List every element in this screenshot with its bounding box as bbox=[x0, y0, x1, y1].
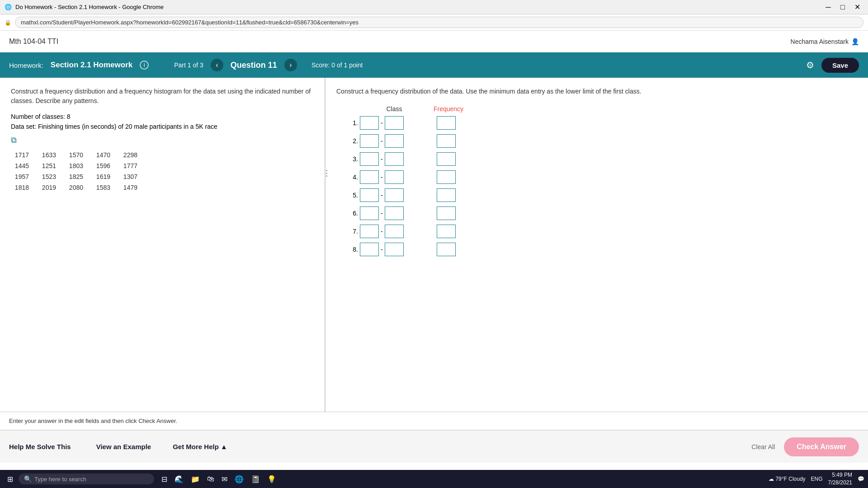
app-title: Mth 104-04 TTI bbox=[9, 38, 58, 46]
table-row: 1818 2019 2080 1583 1479 bbox=[11, 183, 137, 192]
freq-8[interactable] bbox=[437, 243, 456, 256]
number-classes: Number of classes: 8 bbox=[11, 113, 314, 120]
help-me-solve-button[interactable]: Help Me Solve This bbox=[9, 439, 82, 454]
info-icon[interactable]: i bbox=[140, 61, 149, 70]
class-5-lower[interactable] bbox=[360, 188, 379, 202]
address-bar: 🔒 mathxl.com/Student/PlayerHomework.aspx… bbox=[0, 14, 868, 31]
url-field[interactable]: mathxl.com/Student/PlayerHomework.aspx?h… bbox=[15, 17, 863, 28]
taskbar-app-icons: ⊟ 🌊 📁 🛍 ✉ 🌐 📓 💡 bbox=[160, 473, 278, 485]
check-answer-button[interactable]: Check Answer bbox=[784, 437, 859, 456]
instruction-bar: Enter your answer in the edit fields and… bbox=[0, 412, 868, 430]
browser-favicon: 🌐 bbox=[5, 4, 12, 10]
view-example-button[interactable]: View an Example bbox=[85, 439, 162, 454]
freq-row-8: 8. - bbox=[345, 243, 857, 256]
freq-row-4: 4. - bbox=[345, 170, 857, 184]
class-2-upper[interactable] bbox=[385, 134, 404, 148]
app-header: Mth 104-04 TTI Nechama Aisenstark 👤 bbox=[0, 31, 868, 52]
freq-6[interactable] bbox=[437, 206, 456, 220]
class-1-lower[interactable] bbox=[360, 116, 379, 130]
settings-button[interactable]: ⚙ bbox=[806, 60, 814, 70]
search-input[interactable] bbox=[34, 476, 147, 483]
prev-question-button[interactable]: ‹ bbox=[211, 59, 223, 71]
freq-1[interactable] bbox=[437, 116, 456, 130]
language-indicator: ENG bbox=[811, 476, 823, 482]
minimize-button[interactable]: ─ bbox=[822, 1, 835, 14]
class-6-upper[interactable] bbox=[385, 206, 404, 220]
frequency-table: Class Frequency 1. - 2. - bbox=[345, 105, 857, 256]
user-icon: 👤 bbox=[851, 38, 859, 45]
weather-info: ☁ 79°F Cloudy bbox=[769, 476, 806, 482]
homework-label: Homework: bbox=[9, 61, 43, 69]
left-panel: Construct a frequency distribution and a… bbox=[0, 78, 326, 412]
left-question-text: Construct a frequency distribution and a… bbox=[11, 87, 314, 106]
frequency-column-header: Frequency bbox=[430, 105, 467, 113]
save-button[interactable]: Save bbox=[821, 58, 859, 73]
taskbar-system-tray: ☁ 79°F Cloudy ENG 5:49 PM 7/28/2021 💬 bbox=[769, 471, 864, 487]
right-question-text: Construct a frequency distribution of th… bbox=[336, 87, 857, 96]
notification-icon[interactable]: 💬 bbox=[858, 476, 864, 482]
edge-icon[interactable]: 🌊 bbox=[173, 473, 185, 485]
search-icon: 🔍 bbox=[24, 475, 32, 483]
class-5-upper[interactable] bbox=[385, 188, 404, 202]
table-row: 1957 1523 1825 1619 1307 bbox=[11, 172, 137, 181]
taskview-icon[interactable]: ⊟ bbox=[160, 473, 169, 485]
data-set-label: Data set: Finishing times (in seconds) o… bbox=[11, 123, 314, 130]
table-row: 1717 1633 1570 1470 2298 bbox=[11, 150, 137, 160]
main-content: Construct a frequency distribution and a… bbox=[0, 78, 868, 412]
user-name: Nechama Aisenstark bbox=[791, 38, 849, 45]
hw-part: Part 1 of 3 bbox=[174, 61, 203, 69]
mail-icon[interactable]: ✉ bbox=[220, 473, 229, 485]
chrome-icon[interactable]: 🌐 bbox=[233, 473, 245, 485]
question-label: Question 11 bbox=[231, 61, 277, 70]
class-7-lower[interactable] bbox=[360, 225, 379, 238]
browser-title: Do Homework - Section 2.1 Homework - Goo… bbox=[15, 4, 164, 10]
class-6-lower[interactable] bbox=[360, 206, 379, 220]
freq-2[interactable] bbox=[437, 134, 456, 148]
class-column-header: Class bbox=[358, 105, 430, 113]
freq-row-2: 2. - bbox=[345, 134, 857, 148]
start-button[interactable]: ⊞ bbox=[4, 473, 17, 485]
help-right-actions: Clear All Check Answer bbox=[751, 437, 859, 456]
class-8-lower[interactable] bbox=[360, 243, 379, 256]
clear-all-button[interactable]: Clear All bbox=[751, 443, 775, 450]
right-panel: Construct a frequency distribution of th… bbox=[326, 78, 868, 412]
copy-icon[interactable]: ⧉ bbox=[11, 136, 314, 145]
close-button[interactable]: ✕ bbox=[851, 1, 863, 14]
class-4-upper[interactable] bbox=[385, 170, 404, 184]
freq-row-7: 7. - bbox=[345, 225, 857, 238]
taskbar-clock: 5:49 PM 7/28/2021 bbox=[828, 471, 852, 487]
class-7-upper[interactable] bbox=[385, 225, 404, 238]
user-info: Nechama Aisenstark 👤 bbox=[791, 38, 859, 45]
maximize-button[interactable]: □ bbox=[836, 1, 849, 14]
freq-3[interactable] bbox=[437, 152, 456, 166]
get-more-help-button[interactable]: Get More Help ▲ bbox=[162, 439, 238, 454]
help-bar: Help Me Solve This View an Example Get M… bbox=[0, 430, 868, 463]
class-8-upper[interactable] bbox=[385, 243, 404, 256]
store-icon[interactable]: 🛍 bbox=[205, 473, 216, 485]
freq-4[interactable] bbox=[437, 170, 456, 184]
table-row: 1445 1251 1803 1596 1777 bbox=[11, 161, 137, 170]
data-table: 1717 1633 1570 1470 2298 1445 1251 1803 … bbox=[2, 149, 146, 194]
score-label: Score: 0 of 1 point bbox=[311, 61, 363, 69]
explorer-icon[interactable]: 📁 bbox=[189, 473, 202, 485]
class-2-lower[interactable] bbox=[360, 134, 379, 148]
next-question-button[interactable]: › bbox=[284, 59, 297, 71]
date-display: 7/28/2021 bbox=[828, 479, 852, 487]
title-bar: 🌐 Do Homework - Section 2.1 Homework - G… bbox=[0, 0, 868, 14]
class-3-upper[interactable] bbox=[385, 152, 404, 166]
hw-nav-bar: Homework: Section 2.1 Homework i Part 1 … bbox=[0, 52, 868, 78]
hw-title: Section 2.1 Homework bbox=[51, 61, 132, 70]
lock-icon: 🔒 bbox=[5, 19, 11, 26]
freq-7[interactable] bbox=[437, 225, 456, 238]
bulb-icon[interactable]: 💡 bbox=[265, 473, 278, 485]
taskbar: ⊞ 🔍 ⊟ 🌊 📁 🛍 ✉ 🌐 📓 💡 ☁ 79°F Cloudy ENG 5:… bbox=[0, 470, 868, 488]
class-4-lower[interactable] bbox=[360, 170, 379, 184]
taskbar-search[interactable]: 🔍 bbox=[19, 474, 154, 484]
notes-icon[interactable]: 📓 bbox=[249, 473, 262, 485]
class-1-upper[interactable] bbox=[385, 116, 404, 130]
class-3-lower[interactable] bbox=[360, 152, 379, 166]
time-display: 5:49 PM bbox=[828, 471, 852, 479]
freq-5[interactable] bbox=[437, 188, 456, 202]
freq-row-6: 6. - bbox=[345, 206, 857, 220]
panel-divider[interactable] bbox=[325, 168, 329, 178]
